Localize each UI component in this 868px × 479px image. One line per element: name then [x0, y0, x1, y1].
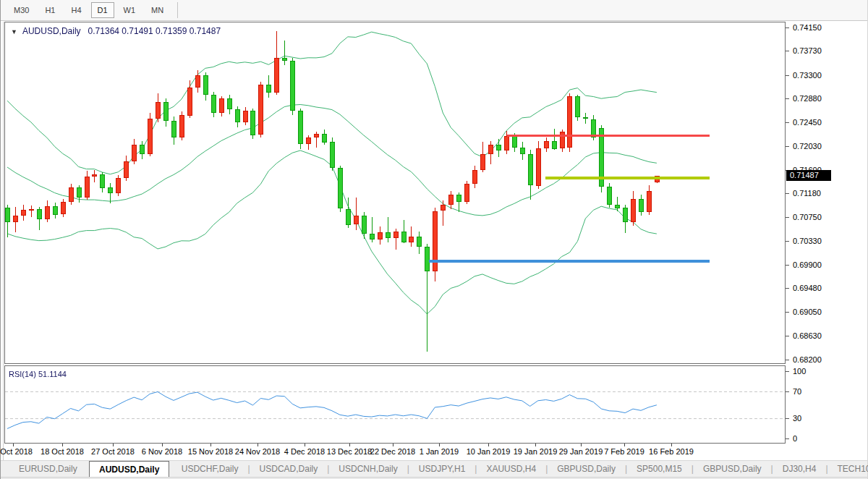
- date-tick-label: 7 Feb 2019: [604, 447, 644, 456]
- date-tick-mark: [439, 444, 440, 446]
- chart-tab-bar: EURUSD,Daily AUDUSD,Daily USDCHF,Daily|U…: [1, 460, 867, 477]
- chart-tab-usdjpy-h1[interactable]: USDJPY,H1: [409, 461, 475, 477]
- rsi-level-label: 100: [786, 367, 806, 376]
- timeframe-button-mn[interactable]: MN: [145, 2, 170, 18]
- chart-tab-gbpusd-daily[interactable]: GBPUSD,Daily: [548, 461, 625, 477]
- date-tick-mark: [393, 444, 393, 446]
- date-tick-label: 10 Jan 2019: [467, 447, 511, 456]
- timeframe-button-h4[interactable]: H4: [64, 2, 88, 18]
- date-tick-mark: [671, 444, 672, 446]
- date-tick-mark: [210, 444, 211, 446]
- price-tick-label: 0.73730: [786, 46, 822, 56]
- rsi-indicator-canvas[interactable]: [4, 365, 786, 444]
- date-tick-label: 13 Dec 2018: [327, 447, 372, 456]
- price-tick-label: 0.72880: [786, 94, 822, 103]
- timeframe-button-w1[interactable]: W1: [117, 2, 142, 18]
- timeframe-button-d1[interactable]: D1: [91, 2, 114, 18]
- date-tick-mark: [113, 444, 114, 446]
- timeframe-button-h1[interactable]: H1: [38, 2, 61, 18]
- chart-tab-usdcad-daily[interactable]: USDCAD,Daily: [250, 461, 328, 477]
- rsi-value: 51.1144: [38, 370, 67, 378]
- chart-title: ▼AUDUSD,Daily0.71364 0.71491 0.71359 0.7…: [11, 26, 221, 36]
- price-tick-label: 0.69480: [786, 284, 822, 293]
- price-tick-label: 0.74150: [786, 23, 822, 33]
- chart-tab-xauusd-h4[interactable]: XAUUSD,H4: [477, 461, 545, 477]
- date-axis[interactable]: 9 Oct 201818 Oct 201827 Oct 20186 Nov 20…: [4, 444, 786, 459]
- price-tick-label: 0.73300: [786, 71, 822, 80]
- price-tick-label: 0.69900: [786, 260, 822, 270]
- rsi-name: RSI(14): [9, 370, 36, 378]
- chart-tab-tech100-h1[interactable]: TECH100,H1: [828, 461, 868, 477]
- date-tick-mark: [581, 444, 582, 446]
- date-tick-label: 16 Feb 2019: [649, 447, 694, 456]
- date-tick-label: 24 Nov 2018: [235, 447, 280, 456]
- main-chart-canvas[interactable]: [4, 22, 786, 364]
- date-tick-label: 18 Oct 2018: [41, 447, 84, 456]
- rsi-level-label: 70: [786, 387, 801, 396]
- date-tick-mark: [488, 444, 489, 446]
- date-tick-label: 19 Jan 2019: [514, 447, 558, 456]
- date-tick-mark: [624, 444, 625, 446]
- timeframe-toolbar: M30H1H4D1W1MN: [1, 0, 867, 21]
- price-tick-label: 0.72030: [786, 142, 822, 151]
- date-tick-mark: [535, 444, 536, 446]
- date-tick-mark: [13, 444, 14, 446]
- date-tick-label: 22 Dec 2018: [370, 447, 415, 456]
- date-tick-mark: [258, 444, 258, 446]
- window-left-inner-border: [3, 22, 4, 479]
- date-tick-label: 4 Dec 2018: [284, 447, 325, 456]
- chart-tab-audusd-daily[interactable]: AUDUSD,Daily: [89, 461, 169, 477]
- date-tick-label: 6 Nov 2018: [142, 447, 182, 456]
- chart-tab-eurusd-daily[interactable]: EURUSD,Daily: [9, 461, 87, 477]
- timeframe-button-m30[interactable]: M30: [7, 2, 35, 18]
- price-tick-label: 0.68200: [786, 355, 822, 365]
- chart-tab-dj30-h4[interactable]: DJ30,H4: [773, 461, 826, 477]
- date-tick-mark: [305, 444, 305, 446]
- price-tick-label: 0.70330: [786, 237, 822, 246]
- rsi-level-label: 0: [786, 434, 797, 443]
- date-tick-mark: [162, 444, 163, 446]
- price-axis[interactable]: 0.741500.737300.733000.728800.724500.720…: [786, 22, 868, 364]
- chart-collapse-icon[interactable]: ▼: [11, 28, 17, 35]
- chart-tab-gbpusd-daily[interactable]: GBPUSD,Daily: [694, 461, 771, 477]
- trading-platform-window: M30H1H4D1W1MN ▼AUDUSD,Daily0.71364 0.714…: [0, 0, 868, 479]
- rsi-level-label: 30: [786, 414, 801, 423]
- price-tick-label: 0.68630: [786, 331, 822, 341]
- date-tick-label: 27 Oct 2018: [91, 447, 135, 456]
- chart-tab-usdchf-daily[interactable]: USDCHF,Daily: [172, 461, 248, 477]
- toolbar-separator: [177, 2, 178, 18]
- chart-ohlc-quotes: 0.71364 0.71491 0.71359 0.71487: [88, 26, 221, 36]
- date-tick-label: 29 Jan 2019: [559, 447, 603, 456]
- rsi-indicator-label: RSI(14) 51.1144: [9, 370, 67, 378]
- chart-tab-sp500-m15[interactable]: SP500,M15: [627, 461, 692, 477]
- date-tick-label: 1 Jan 2019: [420, 447, 459, 456]
- price-tick-label: 0.72450: [786, 118, 822, 127]
- date-tick-label: 15 Nov 2018: [188, 447, 233, 456]
- date-tick-mark: [349, 444, 350, 446]
- price-tick-label: 0.71180: [786, 189, 821, 198]
- date-tick-label: 9 Oct 2018: [0, 447, 33, 456]
- price-tick-label: 0.70750: [786, 213, 822, 222]
- date-tick-mark: [62, 444, 63, 446]
- chart-symbol-label: AUDUSD,Daily: [22, 26, 81, 36]
- rsi-axis[interactable]: 10070300: [786, 365, 868, 445]
- chart-tab-usdcnh-daily[interactable]: USDCNH,Daily: [329, 461, 407, 477]
- price-tick-label: 0.69050: [786, 308, 822, 317]
- current-price-badge: 0.71487: [786, 170, 831, 181]
